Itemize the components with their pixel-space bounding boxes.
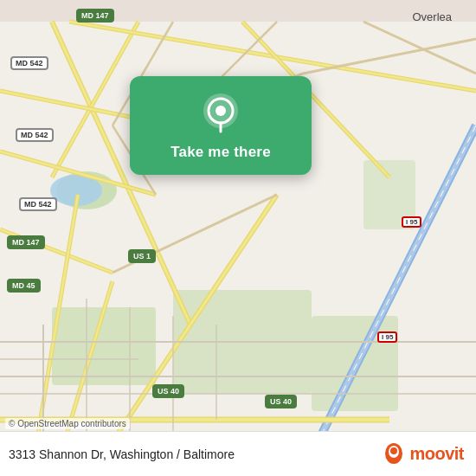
moovit-brand-text: moovit <box>409 444 464 464</box>
road-badge-md147-2: MD 147 <box>7 235 45 249</box>
location-card: Take me there <box>130 76 312 175</box>
svg-point-54 <box>390 447 397 454</box>
overlea-label: Overlea <box>412 10 452 23</box>
take-me-there-button[interactable]: Take me there <box>170 142 271 163</box>
road-badge-us40-2: US 40 <box>265 395 297 408</box>
svg-point-50 <box>215 106 226 116</box>
road-badge-us40-1: US 40 <box>152 384 184 398</box>
road-badge-us1: US 1 <box>128 249 156 263</box>
svg-rect-2 <box>52 307 156 385</box>
road-badge-md147-1: MD 147 <box>76 9 114 23</box>
map-svg <box>0 0 476 476</box>
road-badge-md542-1: MD 542 <box>10 56 48 70</box>
address-text: 3313 Shannon Dr, Washington / Baltimore <box>9 447 235 461</box>
road-badge-md542-3: MD 542 <box>19 197 57 211</box>
road-badge-i95-2: I 95 <box>377 331 397 343</box>
moovit-logo: moovit <box>382 442 464 466</box>
map-container: MD 147 MD 542 MD 542 MD 542 MD 147 MD 45… <box>0 0 476 476</box>
osm-attribution: © OpenStreetMap contributors <box>5 418 130 429</box>
location-pin-icon <box>200 92 241 133</box>
moovit-pin-icon <box>382 442 406 466</box>
road-badge-md542-2: MD 542 <box>16 128 54 142</box>
road-badge-i95-1: I 95 <box>402 216 421 228</box>
road-badge-md45: MD 45 <box>7 279 41 293</box>
bottom-bar: 3313 Shannon Dr, Washington / Baltimore … <box>0 431 476 476</box>
